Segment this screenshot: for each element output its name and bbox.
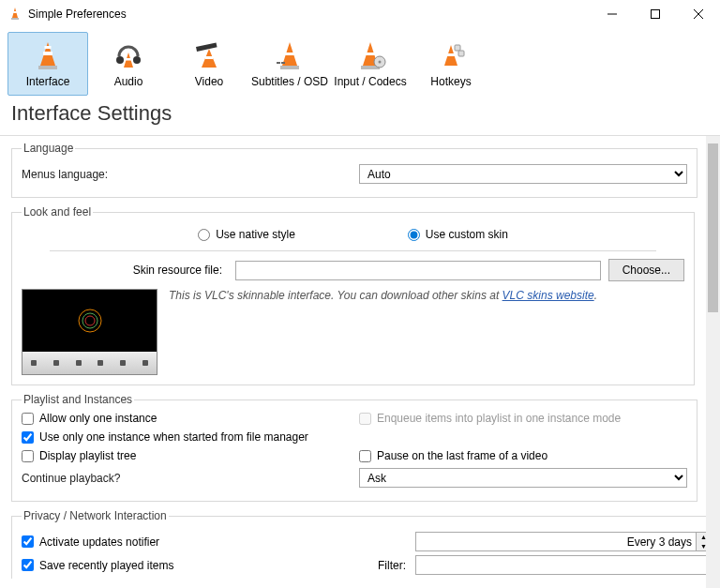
- svg-rect-22: [281, 62, 285, 64]
- chk-label: Save recently played items: [39, 559, 173, 572]
- skin-file-input[interactable]: [235, 261, 601, 280]
- checkbox[interactable]: [359, 450, 371, 462]
- skins-website-link[interactable]: VLC skins website: [502, 289, 594, 302]
- continue-playback-label: Continue playback?: [22, 472, 359, 485]
- chk-label: Display playlist tree: [39, 449, 136, 462]
- svg-point-33: [82, 313, 98, 328]
- svg-point-12: [133, 56, 141, 64]
- group-legend: Look and feel: [22, 205, 93, 219]
- chk-updates-notifier[interactable]: Activate updates notifier: [22, 535, 415, 549]
- chk-label: Use only one instance when started from …: [39, 430, 308, 444]
- svg-rect-8: [38, 66, 57, 69]
- category-tabs: Interface Audio Video Subtitles / OSD In…: [0, 28, 720, 96]
- tab-subtitles[interactable]: Subtitles / OSD: [249, 32, 330, 96]
- updates-interval-spinner[interactable]: ▲▼: [415, 532, 706, 551]
- svg-rect-10: [45, 46, 52, 49]
- menus-language-label: Menus language:: [22, 168, 359, 181]
- filter-input[interactable]: [415, 555, 706, 575]
- checkbox[interactable]: [22, 450, 34, 462]
- radio-custom-input[interactable]: [408, 229, 420, 241]
- chk-display-tree[interactable]: Display playlist tree: [22, 449, 350, 462]
- close-button[interactable]: [677, 0, 720, 28]
- tab-video[interactable]: Video: [169, 32, 249, 96]
- minimize-button[interactable]: [591, 0, 634, 28]
- tab-label: Video: [195, 75, 223, 88]
- radio-custom-skin[interactable]: Use custom skin: [408, 228, 508, 241]
- radio-label: Use native style: [216, 228, 295, 241]
- filter-label: Filter:: [378, 559, 415, 572]
- settings-scroll-area: Language Menus language: Auto Look and f…: [0, 135, 720, 588]
- choose-button[interactable]: Choose...: [608, 259, 684, 281]
- svg-rect-31: [458, 51, 464, 56]
- group-legend: Privacy / Network Interaction: [22, 509, 169, 522]
- svg-rect-30: [455, 45, 460, 51]
- svg-rect-1: [11, 18, 19, 20]
- chk-one-instance-fm[interactable]: Use only one instance when started from …: [22, 430, 687, 444]
- svg-rect-17: [205, 56, 213, 59]
- svg-point-27: [379, 61, 382, 64]
- chk-label: Pause on the last frame of a video: [377, 449, 548, 462]
- tab-label: Hotkeys: [430, 75, 471, 88]
- group-playlist: Playlist and Instances Allow only one in…: [11, 393, 698, 502]
- skin-description: This is VLC's skinnable interface. You c…: [169, 289, 597, 302]
- svg-rect-9: [43, 52, 52, 55]
- continue-playback-select[interactable]: Ask: [359, 468, 687, 488]
- tab-audio[interactable]: Audio: [88, 32, 169, 96]
- tab-label: Audio: [114, 75, 143, 88]
- svg-rect-25: [366, 53, 375, 55]
- window-title: Simple Preferences: [28, 8, 591, 21]
- svg-rect-14: [126, 58, 131, 61]
- skin-preview: [22, 289, 158, 375]
- chk-enqueue: Enqueue items into playlist in one insta…: [359, 412, 687, 425]
- spin-down[interactable]: ▼: [697, 542, 706, 551]
- chk-allow-one-instance[interactable]: Allow only one instance: [22, 412, 350, 425]
- group-privacy: Privacy / Network Interaction Activate u…: [11, 509, 706, 579]
- svg-point-34: [85, 316, 95, 325]
- radio-native-style[interactable]: Use native style: [198, 228, 295, 241]
- tab-label: Input / Codecs: [334, 75, 406, 88]
- svg-rect-15: [196, 42, 218, 51]
- cone-icon: [31, 39, 65, 73]
- skin-file-label: Skin resource file:: [22, 264, 228, 277]
- vertical-scrollbar[interactable]: [706, 136, 720, 588]
- group-look-and-feel: Look and feel Use native style Use custo…: [11, 205, 695, 385]
- radio-label: Use custom skin: [426, 228, 508, 241]
- keys-cone-icon: [434, 39, 468, 73]
- clapper-cone-icon: [192, 39, 226, 73]
- svg-point-11: [116, 56, 124, 64]
- window-controls: [591, 0, 720, 28]
- checkbox[interactable]: [22, 413, 34, 425]
- spinner-input[interactable]: [415, 532, 697, 551]
- separator: [50, 250, 656, 251]
- tab-input-codecs[interactable]: Input / Codecs: [330, 32, 411, 96]
- scrollbar-thumb[interactable]: [708, 143, 718, 312]
- svg-rect-20: [285, 53, 294, 55]
- svg-rect-19: [280, 66, 299, 69]
- app-icon: [8, 7, 22, 22]
- chk-label: Activate updates notifier: [39, 535, 159, 549]
- titlebar: Simple Preferences: [0, 0, 720, 28]
- spin-up[interactable]: ▲: [697, 533, 706, 542]
- chk-save-recent[interactable]: Save recently played items: [22, 559, 378, 572]
- checkbox[interactable]: [22, 535, 34, 548]
- chk-pause-last-frame[interactable]: Pause on the last frame of a video: [359, 449, 687, 462]
- checkbox[interactable]: [22, 559, 34, 571]
- svg-rect-4: [652, 10, 660, 19]
- tab-hotkeys[interactable]: Hotkeys: [411, 32, 491, 96]
- page-heading: Interface Settings: [0, 96, 720, 135]
- headphones-cone-icon: [112, 39, 145, 73]
- subtitles-cone-icon: [273, 39, 307, 73]
- tab-interface[interactable]: Interface: [8, 32, 88, 96]
- group-language: Language Menus language: Auto: [11, 142, 698, 198]
- maximize-button[interactable]: [634, 0, 677, 28]
- menus-language-select[interactable]: Auto: [359, 164, 687, 184]
- svg-rect-21: [277, 62, 280, 64]
- checkbox[interactable]: [22, 431, 34, 444]
- disc-cone-icon: [353, 39, 387, 73]
- tab-label: Interface: [26, 75, 70, 88]
- checkbox: [359, 413, 371, 425]
- tab-label: Subtitles / OSD: [251, 75, 328, 88]
- chk-label: Enqueue items into playlist in one insta…: [377, 412, 621, 425]
- svg-rect-29: [447, 53, 455, 56]
- radio-native-input[interactable]: [198, 229, 210, 241]
